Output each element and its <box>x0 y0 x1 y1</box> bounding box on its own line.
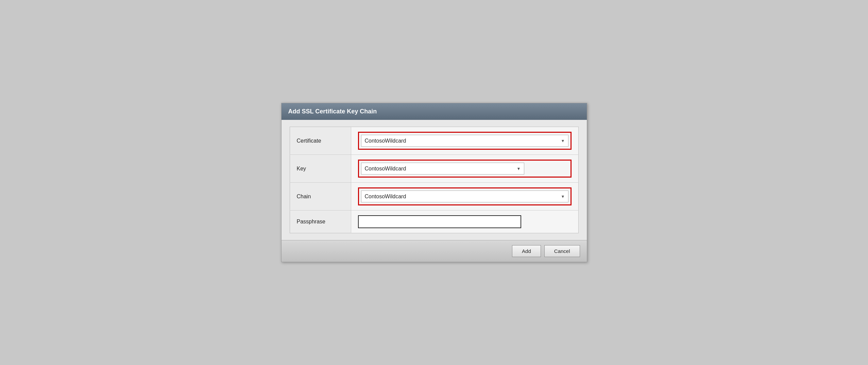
chain-select[interactable]: ContosoWildcard <box>361 190 568 202</box>
dialog-body: Certificate ContosoWildcard Key <box>282 120 587 240</box>
dialog-header: Add SSL Certificate Key Chain <box>282 103 587 120</box>
cancel-button[interactable]: Cancel <box>544 245 580 257</box>
key-select[interactable]: ContosoWildcard <box>361 163 524 175</box>
chain-highlight: ContosoWildcard <box>358 187 572 205</box>
passphrase-cell <box>351 211 578 233</box>
passphrase-row: Passphrase <box>290 211 578 233</box>
certificate-cell: ContosoWildcard <box>351 127 578 155</box>
key-cell: ContosoWildcard <box>351 155 578 183</box>
certificate-highlight: ContosoWildcard <box>358 132 572 150</box>
form-table: Certificate ContosoWildcard Key <box>290 127 579 233</box>
passphrase-input[interactable] <box>358 215 521 228</box>
dialog-title: Add SSL Certificate Key Chain <box>288 108 377 115</box>
chain-cell: ContosoWildcard <box>351 183 578 211</box>
add-button[interactable]: Add <box>512 245 541 257</box>
certificate-row: Certificate ContosoWildcard <box>290 127 578 155</box>
certificate-label: Certificate <box>290 127 351 155</box>
certificate-select[interactable]: ContosoWildcard <box>361 135 568 147</box>
key-highlight: ContosoWildcard <box>358 160 572 178</box>
dialog-container: Add SSL Certificate Key Chain Certificat… <box>281 103 587 262</box>
dialog-footer: Add Cancel <box>282 240 587 262</box>
certificate-select-wrapper[interactable]: ContosoWildcard <box>361 135 568 147</box>
chain-row: Chain ContosoWildcard <box>290 183 578 211</box>
key-select-wrapper[interactable]: ContosoWildcard <box>361 163 524 175</box>
passphrase-label: Passphrase <box>290 211 351 233</box>
key-label: Key <box>290 155 351 183</box>
chain-select-wrapper[interactable]: ContosoWildcard <box>361 190 568 202</box>
key-row: Key ContosoWildcard <box>290 155 578 183</box>
chain-label: Chain <box>290 183 351 211</box>
